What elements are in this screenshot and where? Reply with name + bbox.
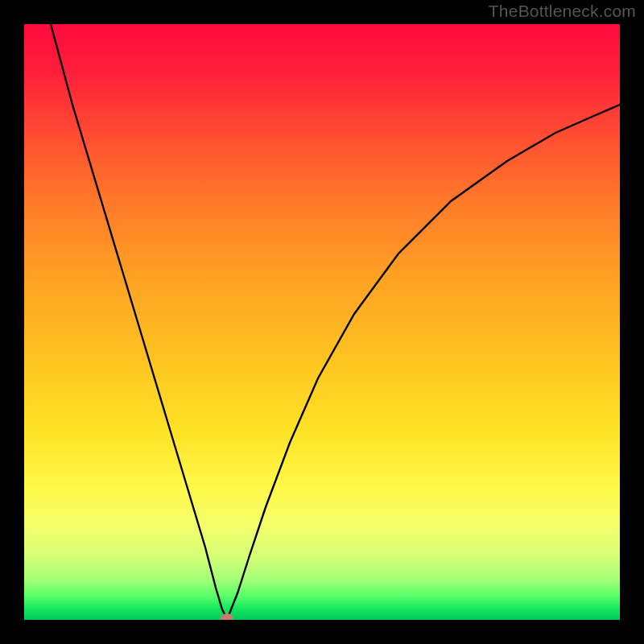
- bottleneck-curve: [24, 24, 620, 620]
- minimum-marker: [221, 613, 233, 620]
- watermark-text: TheBottleneck.com: [489, 2, 636, 21]
- plot-area: [24, 24, 620, 620]
- chart-frame: TheBottleneck.com: [0, 0, 644, 644]
